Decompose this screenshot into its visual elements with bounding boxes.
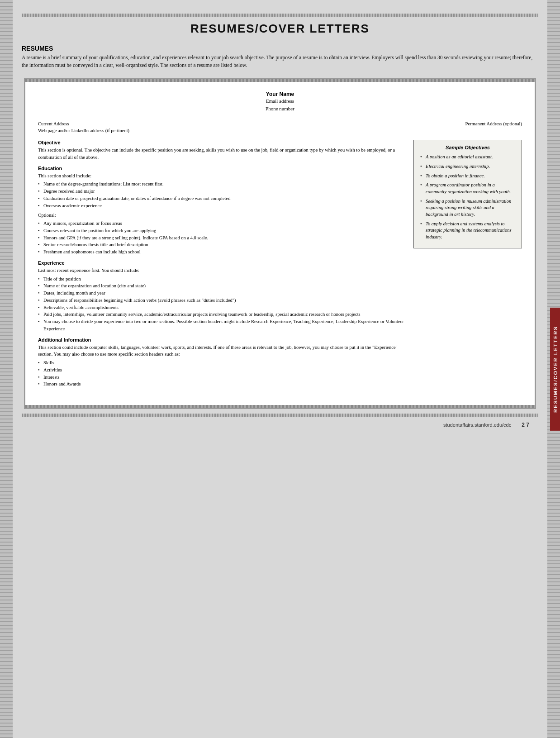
permanent-address-label: Permanent Address (optional)	[465, 120, 522, 128]
list-item: Graduation date or projected graduation …	[38, 195, 406, 202]
email-line: Email address	[38, 97, 522, 105]
phone-line: Phone number	[38, 105, 522, 113]
objective-section: Objective This section is optional. The …	[38, 140, 406, 161]
list-item: Title of the position	[38, 276, 406, 283]
additional-info-list: Skills Activities Interests Honors and A…	[38, 359, 406, 388]
education-list: Name of the degree-granting institutions…	[38, 181, 406, 209]
footer-page: 2 7	[522, 422, 529, 428]
resume-header: Your Name Email address Phone number	[38, 91, 522, 113]
resume-addresses: Current Address Web page and/or LinkedIn…	[38, 120, 522, 135]
additional-info-title: Additional Information	[38, 337, 406, 343]
list-item: Freshmen and sophomores can include high…	[38, 248, 406, 256]
list-item: Name of the organization and location (c…	[38, 282, 406, 290]
list-item: Dates, including month and year	[38, 290, 406, 297]
footer: studentaffairs.stanford.edu/cdc 2 7	[22, 422, 538, 428]
bottom-divider	[25, 405, 535, 408]
resume-email: Email address Phone number	[38, 97, 522, 113]
list-item: Paid jobs, internships, volunteer commun…	[38, 311, 406, 318]
footer-url: studentaffairs.stanford.edu/cdc	[443, 422, 511, 428]
intro-section: RESUMES A resume is a brief summary of y…	[22, 45, 538, 70]
left-border	[0, 0, 13, 738]
education-title: Education	[38, 166, 406, 171]
resume-box-wrapper: Your Name Email address Phone number Cur…	[24, 78, 536, 409]
resume-body: Objective This section is optional. The …	[38, 140, 522, 392]
sample-objective-item: A program coordinator position in a comm…	[420, 182, 515, 195]
intro-text: A resume is a brief summary of your qual…	[22, 54, 538, 70]
sample-objective-item: A position as an editorial assistant.	[420, 154, 515, 161]
bottom-pattern-decoration	[22, 414, 538, 417]
list-item: Activities	[38, 367, 406, 374]
page-title: RESUMES/COVER LETTERS	[22, 22, 538, 36]
list-item: You may choose to divide your experience…	[38, 318, 406, 333]
experience-title: Experience	[38, 260, 406, 266]
education-section: Education This section should include: N…	[38, 166, 406, 256]
additional-info-section: Additional Information This section coul…	[38, 337, 406, 388]
education-intro: This section should include:	[38, 172, 406, 180]
resume-left-column: Objective This section is optional. The …	[38, 140, 406, 392]
resumes-heading: RESUMES	[22, 45, 538, 52]
optional-label: Optional:	[38, 212, 406, 219]
sample-objectives-box: Sample Objectives A position as an edito…	[413, 140, 522, 248]
list-item: Honors and Awards	[38, 381, 406, 388]
list-item: Name of the degree-granting institutions…	[38, 181, 406, 188]
permanent-address-section: Permanent Address (optional)	[465, 120, 522, 135]
sample-objectives-column: Sample Objectives A position as an edito…	[413, 140, 522, 392]
experience-intro: List most recent experience first. You s…	[38, 267, 406, 274]
list-item: Courses relevant to the position for whi…	[38, 227, 406, 234]
experience-list: Title of the position Name of the organi…	[38, 276, 406, 333]
main-content: RESUMES/COVER LETTERS RESUMES A resume i…	[13, 0, 547, 738]
list-item: Any minors, specialization or focus area…	[38, 220, 406, 227]
right-tab: RESUMES/COVER LETTERS	[550, 308, 560, 431]
top-pattern-decoration	[22, 14, 538, 17]
objective-title: Objective	[38, 140, 406, 145]
sample-objective-item: To obtain a position in finance.	[420, 173, 515, 180]
sample-objectives-title: Sample Objectives	[420, 145, 515, 150]
education-optional-list: Any minors, specialization or focus area…	[38, 220, 406, 256]
objective-text: This section is optional. The objective …	[38, 147, 406, 161]
list-item: Degree received and major	[38, 188, 406, 195]
current-address-label: Current Address	[38, 120, 129, 128]
list-item: Overseas academic experience	[38, 202, 406, 209]
current-address-section: Current Address Web page and/or LinkedIn…	[38, 120, 129, 135]
sample-objective-item: Electrical engineering internship.	[420, 163, 515, 170]
list-item: Descriptions of responsibilities beginni…	[38, 297, 406, 304]
list-item: Skills	[38, 359, 406, 367]
additional-info-text: This section could include computer skil…	[38, 344, 406, 358]
list-item: Senior research/honors thesis title and …	[38, 241, 406, 248]
list-item: Honors and GPA (if they are a strong sel…	[38, 234, 406, 242]
right-border: RESUMES/COVER LETTERS	[547, 0, 560, 738]
sample-objective-item: Seeking a position in museum administrat…	[420, 198, 515, 218]
list-item: Believable, verifiable accomplishments	[38, 304, 406, 311]
experience-section: Experience List most recent experience f…	[38, 260, 406, 333]
sample-objectives-list: A position as an editorial assistant. El…	[420, 154, 515, 241]
resume-name: Your Name	[38, 91, 522, 97]
resume-box: Your Name Email address Phone number Cur…	[25, 82, 535, 405]
web-address-label: Web page and/or LinkedIn address (if per…	[38, 127, 129, 134]
list-item: Interests	[38, 374, 406, 381]
sample-objective-item: To apply decision and systems analysis t…	[420, 221, 515, 241]
